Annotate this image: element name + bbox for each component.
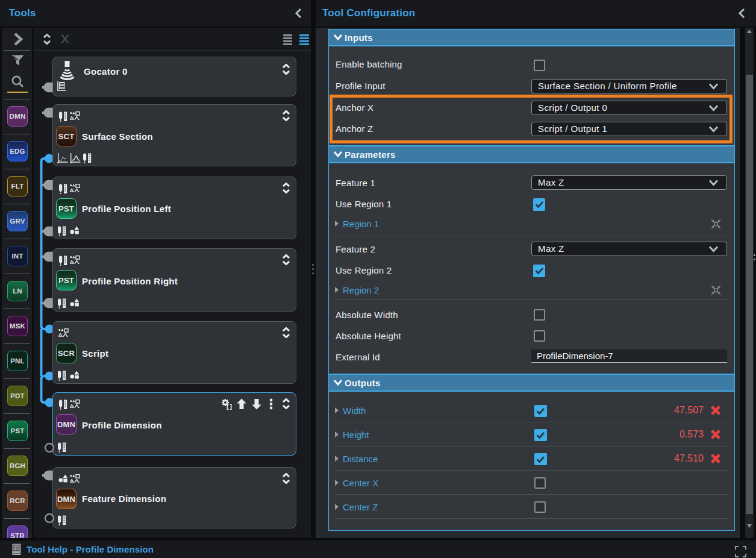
svg-text:?: ?: [14, 545, 18, 551]
